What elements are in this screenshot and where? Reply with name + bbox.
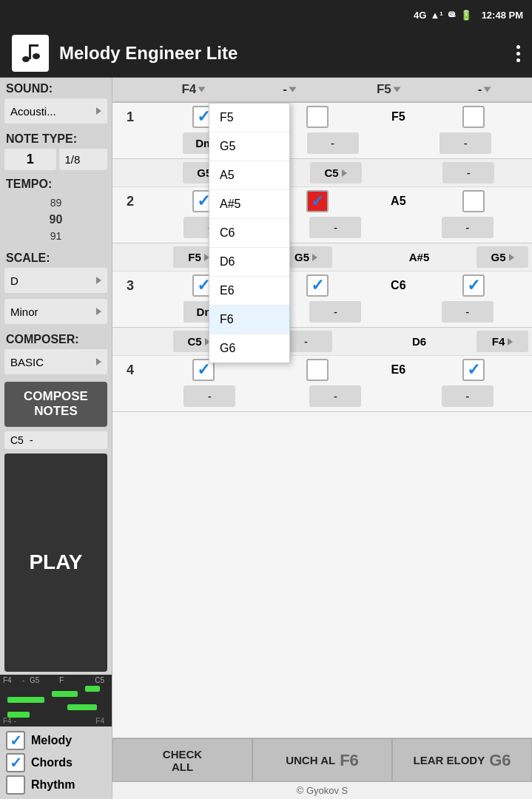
tempo-low: 89 [50, 195, 62, 211]
dropdown-item-e6[interactable]: E6 [209, 277, 289, 306]
header-dash2-arrow [484, 87, 491, 92]
row-4-side-checkbox[interactable] [462, 359, 485, 381]
grid-header: F4 - F5 - [112, 78, 532, 103]
svg-point-1 [22, 56, 30, 62]
note-type-fraction[interactable]: 1/8 [59, 149, 108, 170]
rhythm-label: Rhythm [31, 778, 75, 792]
row-1-side-check[interactable] [417, 106, 531, 128]
as5-note: A#5 [366, 246, 473, 268]
composer-arrow-icon [96, 358, 101, 365]
dropdown-item-g5[interactable]: G5 [209, 132, 289, 161]
dropdown-note-f5: F5 [380, 107, 417, 127]
header-num-col [112, 81, 145, 98]
header-dash1[interactable]: - [241, 81, 337, 98]
pr-label-g5: G5 [30, 676, 39, 684]
scale-mode-arrow-icon [96, 308, 101, 315]
dropdown-item-f5[interactable]: F5 [209, 104, 289, 132]
g5-side-dash[interactable]: - [442, 162, 494, 183]
table-row: C5 - D6 F4 [112, 328, 532, 356]
melody-label: Melody [31, 734, 72, 747]
header-dash2[interactable]: - [436, 81, 532, 98]
check-all-button[interactable]: CHECK ALL [112, 738, 252, 782]
network-icon: 4G [414, 10, 426, 21]
sound-arrow-icon [96, 107, 101, 115]
row-4-side-dash[interactable]: - [442, 385, 494, 407]
row-3-checkbox-2[interactable] [306, 274, 329, 297]
c5-btn-1[interactable]: C5 [310, 162, 362, 183]
dropdown-item-as5[interactable]: A#5 [209, 190, 289, 219]
row-4-dash1[interactable]: - [183, 385, 235, 407]
f4-btn[interactable]: F4 [477, 331, 528, 352]
header-f5[interactable]: F5 [340, 81, 437, 98]
pr-label-f: F [59, 676, 64, 684]
g6-display: G6 [489, 751, 511, 770]
row-1-dash-btn[interactable]: - [307, 132, 359, 154]
f6-display: F6 [340, 751, 359, 770]
content-area: F4 - F5 - 1 [112, 78, 532, 799]
composer-value: BASIC [10, 356, 44, 368]
chords-checkbox[interactable] [6, 753, 25, 772]
clear-melody-button[interactable]: LEAR ELODY G6 [392, 738, 532, 782]
table-row: 2 A5 - [112, 187, 532, 243]
row-3-side-dash[interactable]: - [442, 301, 494, 323]
time-display: 12:48 PM [482, 10, 523, 21]
melody-checkbox[interactable] [6, 731, 25, 750]
row-3-num: 3 [114, 278, 147, 294]
c5-arrow-1 [342, 169, 347, 177]
row-2-side-checkbox[interactable] [462, 190, 485, 212]
table-row: 3 C6 Dm [112, 272, 532, 328]
dropdown-item-g6[interactable]: G6 [209, 334, 289, 363]
note-type-label: NOTE TYPE: [0, 128, 112, 147]
pr-label-f4-bot2: F4 [95, 717, 104, 725]
composer-label: COMPOSER: [0, 328, 112, 348]
header-f4-arrow [198, 87, 206, 92]
dropdown-item-d6[interactable]: D6 [209, 248, 289, 277]
copyright-text: © Gyokov S [112, 782, 532, 799]
play-button[interactable]: PLAY [4, 454, 107, 672]
dropdown-item-a5[interactable]: A5 [209, 161, 289, 190]
pr-note-5 [67, 704, 97, 710]
menu-button[interactable] [516, 45, 520, 62]
row-1-checkbox-2[interactable] [306, 106, 329, 128]
g5-side-arrow [509, 254, 514, 261]
scale-mode-selector[interactable]: Minor [4, 299, 107, 324]
row-1-side-dash[interactable]: - [440, 132, 491, 154]
row-2-dash2[interactable]: - [309, 217, 361, 238]
pr-note-4 [7, 712, 30, 718]
g5-arrow-2 [312, 254, 317, 261]
header-dash1-arrow [289, 87, 296, 92]
scale-key-selector[interactable]: D [4, 268, 107, 293]
header-f4[interactable]: F4 [145, 81, 241, 98]
row-4-dash2[interactable]: - [309, 385, 361, 407]
rhythm-checkbox[interactable] [6, 775, 25, 795]
scale-mode-value: Minor [10, 306, 38, 318]
scale-key-arrow-icon [96, 277, 101, 284]
rhythm-row: Rhythm [6, 775, 106, 795]
row-2-checkbox-red[interactable] [306, 190, 329, 212]
sound-value: Acousti... [10, 105, 56, 118]
composer-selector[interactable]: BASIC [4, 349, 107, 374]
g5-side-btn[interactable]: G5 [477, 246, 528, 268]
row-3-dash[interactable]: - [309, 301, 361, 323]
sound-selector[interactable]: Acousti... [4, 98, 107, 124]
tempo-current: 90 [50, 211, 63, 229]
dropdown-item-f6[interactable]: F6 [209, 306, 289, 334]
piano-roll-display: F4 - G5 F F4 - C5 F4 [0, 675, 112, 726]
pr-label-f4-bot: F4 - [3, 717, 16, 725]
row-3-side-checkbox[interactable] [462, 274, 485, 297]
pr-note-1 [7, 697, 44, 703]
row-4-checkbox-2[interactable] [306, 359, 329, 381]
g5-side: - [405, 162, 532, 183]
row-2-side-dash[interactable]: - [442, 217, 494, 238]
tempo-display: 89 90 91 [6, 195, 106, 244]
row-1-side-checkbox[interactable] [462, 106, 485, 128]
row-2-num: 2 [114, 194, 147, 209]
sound-label: SOUND: [0, 78, 112, 97]
note-type-num: 1 [4, 149, 56, 170]
uncheck-all-button[interactable]: UNCH AL F6 [252, 738, 392, 782]
dropdown-item-c6[interactable]: C6 [209, 219, 289, 248]
note-dropdown: F5 G5 A5 A#5 C6 D6 E6 F6 G6 [209, 103, 290, 363]
chords-label: Chords [31, 756, 73, 769]
compose-notes-button[interactable]: COMPOSE NOTES [4, 382, 107, 427]
dropdown-note-c6: C6 [380, 276, 417, 295]
